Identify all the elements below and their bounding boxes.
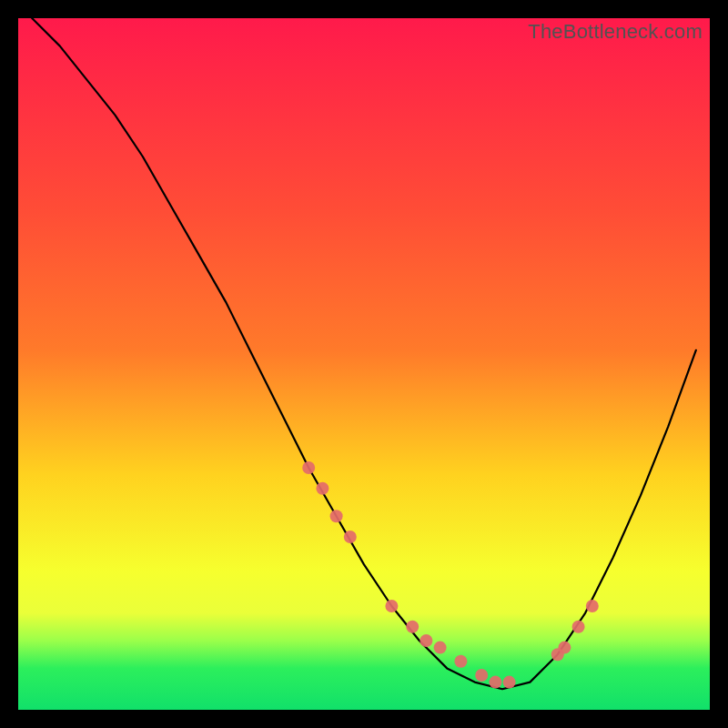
marker-dot — [558, 642, 571, 654]
chart-svg — [18, 18, 710, 710]
plot-area — [18, 18, 710, 710]
gradient-bg — [18, 18, 710, 710]
marker-dot — [434, 642, 447, 654]
marker-dot — [344, 531, 357, 543]
marker-dot — [420, 634, 432, 647]
chart-frame: TheBottleneck.com — [18, 18, 710, 710]
marker-dot — [489, 676, 501, 689]
watermark-text: TheBottleneck.com — [528, 20, 703, 44]
marker-dot — [475, 669, 488, 682]
marker-dot — [586, 600, 599, 612]
marker-dot — [406, 621, 419, 633]
marker-dot — [503, 676, 516, 689]
marker-dot — [385, 600, 398, 612]
marker-dot — [316, 482, 329, 495]
marker-dot — [330, 510, 343, 522]
marker-dot — [572, 621, 585, 633]
marker-dot — [454, 655, 467, 668]
marker-dot — [302, 461, 315, 474]
